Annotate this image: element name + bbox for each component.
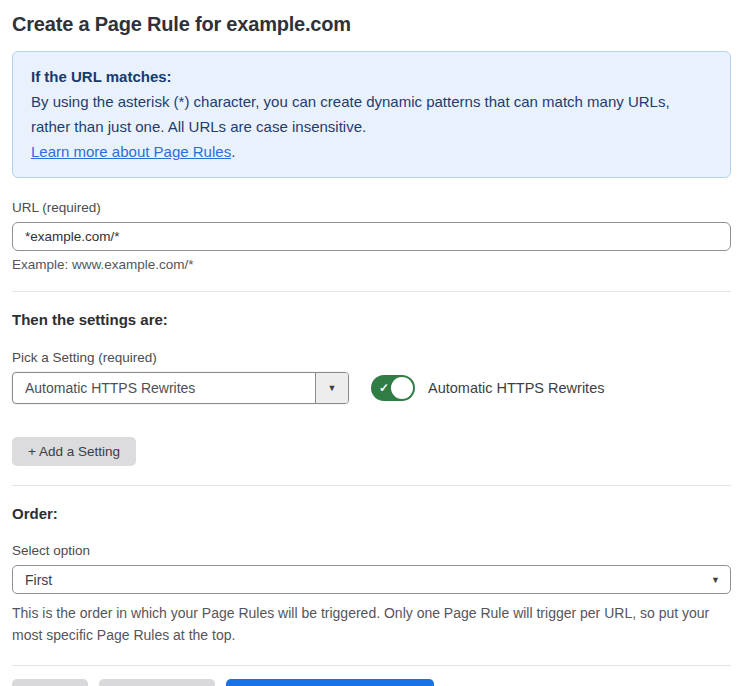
setting-select[interactable]: Automatic HTTPS Rewrites ▼	[12, 372, 349, 404]
toggle-label: Automatic HTTPS Rewrites	[428, 380, 604, 396]
learn-more-link[interactable]: Learn more about Page Rules	[31, 143, 231, 160]
url-field-label: URL (required)	[12, 200, 731, 215]
save-and-deploy-button[interactable]: Save and Deploy Page Rule	[226, 679, 434, 686]
order-select-value: First	[25, 572, 52, 588]
setting-select-arrow-button[interactable]: ▼	[315, 373, 348, 403]
chevron-down-icon: ▼	[328, 383, 337, 393]
order-helper-text: This is the order in which your Page Rul…	[12, 602, 731, 646]
setting-select-value: Automatic HTTPS Rewrites	[13, 373, 315, 403]
https-rewrites-toggle[interactable]: ✓	[371, 375, 415, 401]
url-example-helper: Example: www.example.com/*	[12, 257, 731, 272]
info-box-link-line: Learn more about Page Rules.	[31, 139, 712, 164]
order-section-heading: Order:	[12, 505, 731, 522]
create-page-rule-panel: Create a Page Rule for example.com If th…	[0, 0, 743, 686]
settings-section-heading: Then the settings are:	[12, 311, 731, 328]
add-setting-button[interactable]: + Add a Setting	[12, 437, 136, 466]
chevron-down-icon: ▼	[711, 575, 720, 585]
info-box-body: By using the asterisk (*) character, you…	[31, 89, 712, 139]
info-box-heading: If the URL matches:	[31, 64, 712, 89]
check-icon: ✓	[379, 382, 389, 394]
url-input[interactable]	[12, 222, 731, 251]
link-period: .	[231, 143, 235, 160]
url-match-info-box: If the URL matches: By using the asteris…	[12, 51, 731, 178]
save-as-draft-button[interactable]: Save as Draft	[99, 679, 216, 686]
page-title: Create a Page Rule for example.com	[12, 13, 731, 36]
order-select[interactable]: First ▼	[12, 565, 731, 594]
toggle-knob	[391, 377, 413, 399]
https-rewrites-toggle-group: ✓ Automatic HTTPS Rewrites	[371, 375, 604, 401]
divider	[12, 291, 731, 292]
footer-actions: Cancel Save as Draft Save and Deploy Pag…	[12, 679, 731, 686]
pick-setting-label: Pick a Setting (required)	[12, 350, 731, 365]
setting-picker-row: Automatic HTTPS Rewrites ▼ ✓ Automatic H…	[12, 372, 731, 404]
order-select-label: Select option	[12, 543, 731, 558]
cancel-button[interactable]: Cancel	[12, 679, 88, 686]
divider	[12, 485, 731, 486]
divider	[12, 665, 731, 666]
